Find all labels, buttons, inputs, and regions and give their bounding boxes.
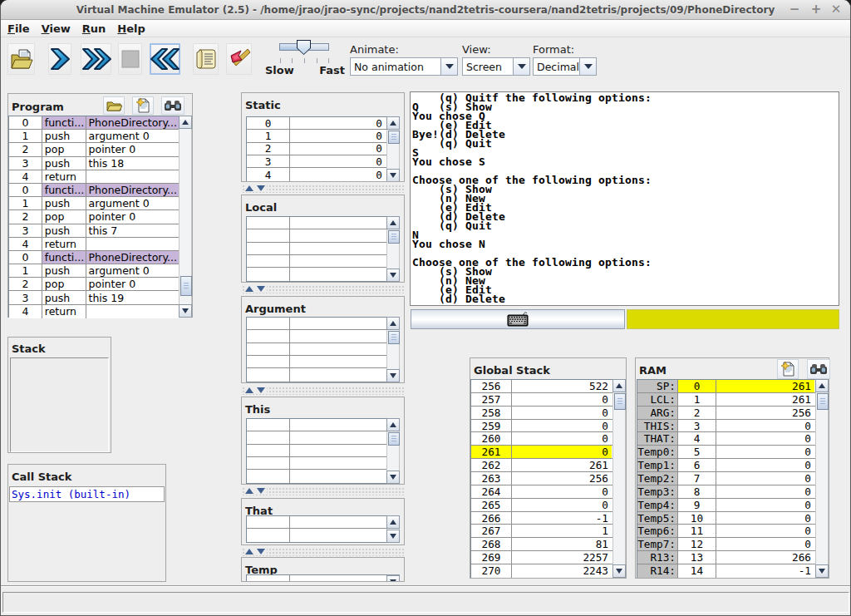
argument-row[interactable] <box>247 330 386 342</box>
this-row[interactable] <box>247 470 386 482</box>
program-row[interactable]: 2poppointer 0 <box>9 210 179 224</box>
format-dropdown-arrow[interactable] <box>579 58 596 75</box>
split-divider[interactable] <box>241 547 405 556</box>
ram-row[interactable]: Temp6:110 <box>637 525 815 538</box>
static-row[interactable]: 00 <box>247 117 386 130</box>
menu-help[interactable]: Help <box>111 22 150 35</box>
menu-view[interactable]: View <box>36 22 76 35</box>
program-row[interactable]: 4return <box>9 238 179 251</box>
local-row[interactable] <box>247 217 386 229</box>
static-row[interactable]: 40 <box>247 168 386 180</box>
global-stack-row[interactable]: 26881 <box>471 538 612 551</box>
collapse-down-icon[interactable] <box>257 286 265 292</box>
menu-run[interactable]: Run <box>76 22 112 35</box>
scroll-up-button[interactable] <box>386 515 400 529</box>
collapse-up-icon[interactable] <box>245 185 253 191</box>
scroll-down-button[interactable] <box>386 575 400 582</box>
scroll-up-button[interactable] <box>612 379 626 392</box>
collapse-down-icon[interactable] <box>257 549 265 554</box>
program-search-button[interactable] <box>161 96 184 115</box>
load-program-button[interactable] <box>7 43 35 75</box>
ram-search-button[interactable] <box>807 359 830 379</box>
global-stack-row[interactable]: 2640 <box>471 485 612 499</box>
ram-row[interactable]: Temp1:60 <box>637 459 815 472</box>
scroll-down-button[interactable] <box>386 471 400 484</box>
static-row[interactable]: 20 <box>247 143 386 155</box>
breakpoints-button[interactable] <box>226 43 252 75</box>
scrollbar-track[interactable] <box>612 392 626 564</box>
ram-row[interactable]: THIS:30 <box>637 420 815 433</box>
call-stack-item[interactable]: Sys.init (built-in) <box>9 486 165 502</box>
program-row[interactable]: 2poppointer 0 <box>9 143 179 156</box>
scroll-up-button[interactable] <box>386 216 400 229</box>
ram-row[interactable]: THAT:40 <box>637 432 815 446</box>
program-row[interactable]: 1pushargument 0 <box>9 264 179 278</box>
format-select[interactable]: Decimal <box>533 57 597 76</box>
scroll-down-button[interactable] <box>386 269 400 282</box>
temp-row[interactable] <box>247 575 386 582</box>
that-row[interactable] <box>247 529 386 541</box>
ram-clear-button[interactable] <box>777 359 799 379</box>
ram-row[interactable]: R13:13266 <box>637 551 815 564</box>
program-row[interactable]: 0functi...PhoneDirectory... <box>9 251 179 264</box>
ram-row[interactable]: LCL:1261 <box>637 393 815 407</box>
titlebar[interactable]: Virtual Machine Emulator (2.5) - /home/j… <box>1 0 850 20</box>
this-row[interactable] <box>247 445 386 457</box>
stop-button[interactable] <box>118 43 142 75</box>
scrollbar-thumb[interactable] <box>388 331 400 344</box>
global-stack-row[interactable]: 2692257 <box>471 551 612 564</box>
slider-thumb[interactable] <box>297 40 311 55</box>
split-divider[interactable] <box>241 486 405 495</box>
argument-row[interactable] <box>247 356 386 368</box>
collapse-up-icon[interactable] <box>245 387 253 393</box>
program-row[interactable]: 1pushargument 0 <box>9 130 179 143</box>
scrollbar-track[interactable] <box>386 130 400 169</box>
minimize-button[interactable]: − <box>785 0 804 20</box>
this-row[interactable] <box>247 431 386 444</box>
scroll-up-button[interactable] <box>386 317 400 330</box>
argument-row[interactable] <box>247 343 386 356</box>
scrollbar-thumb[interactable] <box>180 276 192 296</box>
ram-row[interactable]: Temp5:100 <box>637 512 815 525</box>
collapse-down-icon[interactable] <box>257 387 265 393</box>
program-row[interactable]: 3pushthis 18 <box>9 157 179 170</box>
maximize-button[interactable]: + <box>807 0 825 20</box>
speed-slider[interactable]: Slow Fast <box>265 39 345 77</box>
local-row[interactable] <box>247 243 386 255</box>
static-row[interactable]: 10 <box>247 130 386 142</box>
menu-file[interactable]: File <box>2 22 36 35</box>
global-stack-row[interactable]: 262261 <box>471 459 612 472</box>
scroll-down-button[interactable] <box>179 304 192 318</box>
keyboard-button[interactable] <box>411 309 625 329</box>
scrollbar-track[interactable] <box>386 330 400 369</box>
script-button[interactable] <box>193 43 219 75</box>
scroll-up-button[interactable] <box>386 116 400 130</box>
argument-row[interactable] <box>247 368 386 381</box>
collapse-up-icon[interactable] <box>245 549 253 554</box>
scrollbar-track[interactable] <box>179 129 192 304</box>
local-row[interactable] <box>247 229 386 242</box>
global-stack-row[interactable]: 2650 <box>471 499 612 512</box>
program-open-button[interactable] <box>103 96 125 115</box>
global-stack-row[interactable]: 2590 <box>471 420 612 433</box>
ram-row[interactable]: Temp7:120 <box>637 538 815 551</box>
scrollbar-thumb[interactable] <box>388 432 400 446</box>
split-divider[interactable] <box>241 284 405 293</box>
scroll-up-button[interactable] <box>179 116 192 129</box>
scroll-up-button[interactable] <box>386 418 400 431</box>
global-stack-row[interactable]: 263256 <box>471 472 612 485</box>
global-stack-row[interactable]: 2580 <box>471 407 612 420</box>
keyboard-buffer-field[interactable] <box>627 309 839 329</box>
ram-row[interactable]: R14:14-1 <box>637 564 815 578</box>
scrollbar-thumb[interactable] <box>388 131 400 144</box>
ram-row[interactable]: ARG:2256 <box>637 407 815 420</box>
ram-row[interactable]: SP:0261 <box>637 380 815 393</box>
local-row[interactable] <box>247 255 386 268</box>
global-stack-row[interactable]: 266-1 <box>471 512 612 525</box>
global-stack-row[interactable]: 2610 <box>471 446 612 459</box>
scrollbar-thumb[interactable] <box>388 230 400 244</box>
argument-row[interactable] <box>247 318 386 330</box>
ram-row[interactable]: Temp2:70 <box>637 472 815 485</box>
view-select[interactable]: Screen <box>462 57 530 76</box>
ram-row[interactable]: Temp4:90 <box>637 499 815 512</box>
